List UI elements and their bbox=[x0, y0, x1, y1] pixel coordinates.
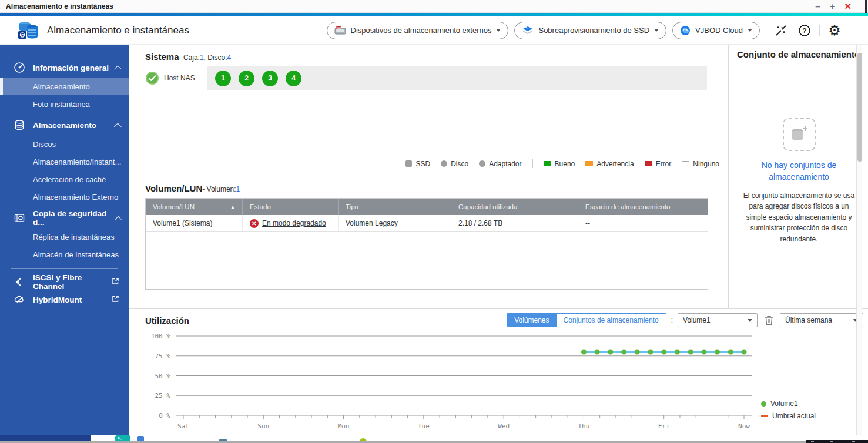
external-link-icon bbox=[112, 295, 119, 304]
column-header-espacio[interactable]: Espacio de almacenamiento bbox=[578, 199, 708, 215]
sidebar-section-storage[interactable]: Almacenamiento bbox=[0, 115, 129, 135]
volume-select[interactable]: Volume1 bbox=[678, 313, 758, 327]
status-warning-swatch bbox=[585, 161, 593, 166]
section-heading: Sistema bbox=[145, 52, 179, 62]
sidebar-item-almacenamiento-externo[interactable]: Almacenamiento Externo bbox=[0, 188, 129, 206]
ssd-overprovisioning-button[interactable]: Sobreaprovisionamiento de SSD bbox=[514, 22, 666, 39]
storage-snapshots-app-icon: IO bbox=[16, 19, 39, 42]
sidebar-item-almacenamiento[interactable]: Almacenamiento bbox=[0, 78, 129, 95]
section-label: Información general bbox=[33, 63, 109, 72]
column-label: Estado bbox=[250, 203, 271, 210]
sidebar-item-foto-instantanea[interactable]: Foto instantánea bbox=[0, 95, 129, 113]
disk-slot-1[interactable]: 1 bbox=[215, 71, 231, 86]
iscsi-icon bbox=[13, 276, 26, 288]
trash-icon bbox=[765, 315, 773, 325]
sidebar-link-iscsi[interactable]: iSCSI y Fibre Channel bbox=[0, 273, 129, 291]
page-title: Almacenamiento e instantáneas bbox=[47, 25, 189, 36]
tab-volumenes[interactable]: Volúmenes bbox=[507, 314, 556, 327]
wizard-button[interactable] bbox=[772, 22, 790, 39]
column-header-volumen-lun[interactable]: Volumen/LUN▲ bbox=[146, 199, 243, 215]
host-nas[interactable]: Host NAS bbox=[145, 71, 207, 85]
legend-label: SSD bbox=[415, 160, 430, 168]
legend-adaptador: Adaptador bbox=[479, 160, 521, 168]
close-button[interactable]: ✕ bbox=[844, 2, 852, 11]
volume-subtitle: - Volumen: bbox=[202, 185, 236, 193]
ssd-op-icon bbox=[522, 26, 534, 35]
disk-slot-4[interactable]: 4 bbox=[286, 71, 301, 86]
time-range-select[interactable]: Última semana bbox=[780, 313, 863, 327]
svg-text:50 %: 50 % bbox=[155, 372, 171, 380]
pool-description: El conjunto almacenamiento se usa para a… bbox=[738, 190, 860, 245]
no-pools-link[interactable]: No hay conjuntos de almacenamiento bbox=[737, 159, 861, 183]
sidebar-item-replica-instantaneas[interactable]: Réplica de instantáneas bbox=[0, 228, 129, 246]
time-range-value: Última semana bbox=[785, 316, 832, 324]
section-label: Copia de seguridad d... bbox=[33, 209, 110, 227]
legend-volume1: Volume1 bbox=[761, 400, 816, 408]
titlebar: Almacenamiento e instantáneas – + ✕ bbox=[0, 0, 868, 13]
svg-text:Fri: Fri bbox=[658, 422, 670, 430]
external-storage-devices-button[interactable]: RAID Dispositivos de almacenamiento exte… bbox=[327, 22, 509, 39]
window-title: Almacenamiento e instantáneas bbox=[6, 2, 113, 11]
enclosure-count: 1 bbox=[200, 53, 204, 62]
svg-text:Wed: Wed bbox=[498, 422, 510, 430]
tab-conjuntos[interactable]: Conjuntos de almacenamiento bbox=[557, 314, 666, 327]
column-header-estado[interactable]: Estado bbox=[243, 199, 339, 215]
column-header-capacidad[interactable]: Capacidad utilizada bbox=[451, 199, 578, 215]
create-pool-icon[interactable] bbox=[783, 118, 816, 151]
sidebar-section-backup[interactable]: Copia de seguridad d... bbox=[0, 208, 129, 228]
system-section-title: Sistema - Caja: 1 , Disco: 4 bbox=[145, 52, 719, 62]
delete-chart-button[interactable] bbox=[762, 313, 775, 327]
item-label: Discos bbox=[33, 140, 56, 149]
chevron-up-icon bbox=[115, 216, 122, 223]
sidebar-item-almacenamiento-instantaneas[interactable]: Almacenamiento/Instant... bbox=[0, 153, 129, 170]
background-gray-band bbox=[0, 441, 868, 443]
status-error-swatch bbox=[645, 161, 652, 166]
sidebar-item-almacen-instantaneas[interactable]: Almacén de instantáneas bbox=[0, 246, 129, 263]
disk-count: 4 bbox=[227, 53, 232, 62]
disks-icon bbox=[13, 119, 26, 131]
volume-select-value: Volume1 bbox=[683, 316, 711, 324]
utilization-title: Utilización bbox=[145, 316, 189, 325]
volume-section-title: Volumen/LUN - Volumen: 1 bbox=[145, 183, 719, 193]
volume-status-link[interactable]: En modo degradado bbox=[262, 219, 326, 227]
volume-type: Volumen Legacy bbox=[346, 219, 398, 227]
scrollbar-thumb[interactable] bbox=[857, 53, 862, 162]
disk-strip: 1 2 3 4 bbox=[207, 66, 707, 90]
vertical-scrollbar[interactable] bbox=[856, 45, 862, 435]
sidebar-item-discos[interactable]: Discos bbox=[0, 135, 129, 153]
chevron-down-icon bbox=[654, 29, 659, 32]
maximize-button[interactable]: + bbox=[830, 2, 835, 11]
chevron-up-icon bbox=[114, 123, 122, 130]
sidebar-item-aceleracion-cache[interactable]: Aceleración de caché bbox=[0, 170, 129, 188]
svg-text:25 %: 25 % bbox=[155, 392, 171, 400]
chevron-down-icon bbox=[496, 29, 501, 32]
host-nas-label: Host NAS bbox=[164, 74, 195, 82]
item-label: Réplica de instantáneas bbox=[33, 233, 115, 241]
table-row[interactable]: Volume1 (Sistema) ✕ En modo degradado Vo… bbox=[146, 215, 708, 232]
minimize-button[interactable]: – bbox=[815, 2, 820, 11]
header-separator bbox=[819, 25, 820, 36]
pool-cylinder-plus-icon bbox=[789, 125, 809, 144]
sidebar-link-hybridmount[interactable]: HybridMount bbox=[0, 291, 129, 308]
vjbod-cloud-button[interactable]: VJBOD Cloud bbox=[672, 22, 760, 39]
item-label: Foto instantánea bbox=[33, 100, 90, 109]
disk-slot-2[interactable]: 2 bbox=[239, 71, 254, 86]
legend-label: Adaptador bbox=[489, 160, 521, 168]
legend-label: Disco bbox=[451, 160, 468, 168]
button-label: Dispositivos de almacenamiento externos bbox=[351, 26, 492, 35]
disk-slot-3[interactable]: 3 bbox=[262, 71, 278, 86]
settings-button[interactable]: ⚙ bbox=[826, 22, 843, 39]
section-label: Almacenamiento bbox=[33, 121, 96, 130]
column-label: Tipo bbox=[346, 203, 358, 210]
legend-label: Ninguno bbox=[693, 160, 719, 168]
column-header-tipo[interactable]: Tipo bbox=[339, 199, 451, 215]
volume-name: Volume1 (Sistema) bbox=[153, 219, 212, 227]
legend-disco: Disco bbox=[441, 160, 468, 168]
help-button[interactable]: ? bbox=[796, 22, 813, 39]
magic-wand-icon bbox=[775, 24, 787, 37]
status-none-swatch bbox=[682, 161, 689, 166]
sidebar-section-overview[interactable]: Información general bbox=[0, 58, 129, 78]
check-icon bbox=[145, 71, 159, 85]
background-taskbar-corner bbox=[806, 440, 868, 443]
volume1-dot-icon bbox=[761, 401, 766, 407]
